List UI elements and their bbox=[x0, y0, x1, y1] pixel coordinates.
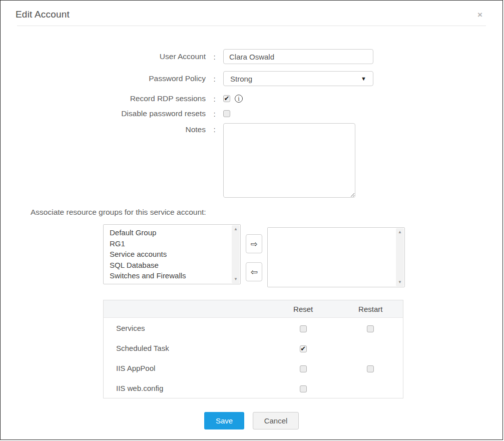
account-form: User Account : Password Policy : Strong … bbox=[1, 49, 502, 198]
disable-resets-row: Disable password resets : bbox=[1, 109, 502, 118]
scroll-down-icon[interactable]: ▼ bbox=[398, 280, 402, 284]
available-groups-listbox[interactable]: Default Group RG1 Service accounts SQL D… bbox=[103, 224, 241, 284]
restart-checkbox[interactable] bbox=[367, 365, 374, 372]
selected-groups-listbox[interactable]: ▲ ▼ bbox=[267, 227, 405, 287]
info-icon[interactable]: i bbox=[235, 95, 243, 103]
password-policy-select[interactable]: Strong ▼ bbox=[223, 71, 373, 86]
colon: : bbox=[206, 123, 223, 134]
disable-resets-label: Disable password resets bbox=[1, 109, 206, 118]
notes-label: Notes bbox=[1, 123, 206, 134]
selected-groups-items bbox=[268, 228, 404, 230]
list-item[interactable]: RG1 bbox=[104, 238, 240, 249]
list-item[interactable]: Default Group bbox=[104, 227, 240, 238]
dialog-header: Edit Account × bbox=[1, 1, 502, 26]
disable-resets-checkbox[interactable] bbox=[223, 110, 230, 117]
colon: : bbox=[206, 53, 223, 61]
move-right-button[interactable]: ⇨ bbox=[246, 234, 262, 253]
record-rdp-label: Record RDP sessions bbox=[1, 94, 206, 103]
restart-checkbox[interactable] bbox=[367, 325, 374, 332]
list-item[interactable]: Service accounts bbox=[104, 249, 240, 260]
actions-table-header: Reset Restart bbox=[104, 300, 403, 318]
reset-checkbox[interactable] bbox=[300, 325, 307, 332]
reset-checkbox[interactable] bbox=[300, 385, 307, 392]
table-row: Services bbox=[104, 318, 403, 338]
table-row: Scheduled Task ✔ bbox=[104, 338, 403, 358]
record-rdp-row: Record RDP sessions : ✔ i bbox=[1, 94, 502, 103]
header-cell-reset: Reset bbox=[268, 305, 338, 313]
dialog-footer: Save Cancel bbox=[1, 412, 502, 429]
row-label: Scheduled Task bbox=[104, 344, 268, 352]
password-policy-row: Password Policy : Strong ▼ bbox=[1, 71, 502, 86]
resource-groups-dual-list: Default Group RG1 Service accounts SQL D… bbox=[103, 224, 502, 287]
reset-checkbox[interactable] bbox=[300, 365, 307, 372]
header-divider bbox=[17, 26, 486, 26]
scrollbar[interactable]: ▲ ▼ bbox=[232, 225, 240, 283]
user-account-row: User Account : bbox=[1, 49, 502, 64]
password-policy-value: Strong bbox=[230, 75, 252, 83]
notes-row: Notes : bbox=[1, 123, 502, 198]
cancel-button[interactable]: Cancel bbox=[253, 412, 299, 429]
move-buttons: ⇨ ⇦ bbox=[246, 224, 262, 281]
dropdown-caret-icon: ▼ bbox=[361, 76, 366, 82]
row-label: IIS web.config bbox=[104, 384, 268, 392]
colon: : bbox=[206, 110, 223, 118]
user-account-label: User Account bbox=[1, 52, 206, 61]
reset-checkbox[interactable]: ✔ bbox=[300, 345, 307, 352]
colon: : bbox=[206, 75, 223, 83]
scroll-up-icon[interactable]: ▲ bbox=[398, 230, 402, 234]
row-label: IIS AppPool bbox=[104, 364, 268, 372]
close-icon[interactable]: × bbox=[477, 11, 482, 19]
notes-textarea[interactable] bbox=[223, 123, 355, 198]
resource-groups-label: Associate resource groups for this servi… bbox=[31, 208, 502, 217]
move-left-button[interactable]: ⇦ bbox=[246, 262, 262, 281]
edit-account-dialog: Edit Account × User Account : Password P… bbox=[0, 0, 503, 440]
colon: : bbox=[206, 95, 223, 103]
list-item[interactable]: SQL Database bbox=[104, 260, 240, 271]
scroll-up-icon[interactable]: ▲ bbox=[234, 227, 238, 231]
available-groups-items: Default Group RG1 Service accounts SQL D… bbox=[104, 225, 240, 281]
list-item[interactable]: Switches and Firewalls bbox=[104, 270, 240, 281]
scrollbar[interactable]: ▲ ▼ bbox=[396, 228, 404, 286]
row-label: Services bbox=[104, 324, 268, 332]
password-policy-label: Password Policy bbox=[1, 74, 206, 83]
actions-table: Reset Restart Services Scheduled Task ✔ … bbox=[103, 300, 403, 398]
record-rdp-checkbox[interactable]: ✔ bbox=[223, 95, 230, 102]
user-account-input[interactable] bbox=[223, 49, 373, 64]
table-row: IIS AppPool bbox=[104, 358, 403, 378]
dialog-title: Edit Account bbox=[16, 9, 70, 20]
header-cell-restart: Restart bbox=[338, 305, 403, 313]
scroll-down-icon[interactable]: ▼ bbox=[234, 277, 238, 281]
table-row: IIS web.config bbox=[104, 378, 403, 398]
save-button[interactable]: Save bbox=[204, 412, 244, 429]
